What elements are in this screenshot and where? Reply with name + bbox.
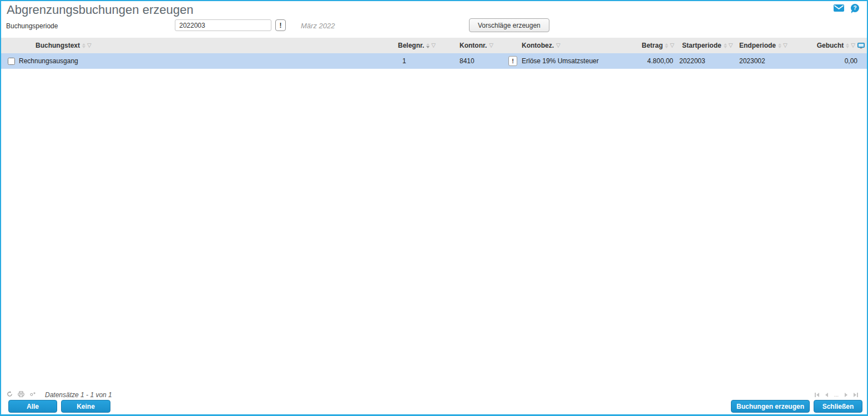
pagination-first-icon[interactable] [815, 393, 819, 397]
pagination-last-icon[interactable] [854, 393, 858, 397]
column-header-endperiode[interactable]: Endperiode ▽ [737, 42, 799, 49]
period-display-text: März 2022 [301, 22, 335, 30]
cell-endperiode: 2023002 [737, 57, 799, 65]
filter-icon[interactable]: ▽ [729, 43, 733, 48]
filter-icon[interactable]: ▽ [670, 43, 674, 48]
table-row[interactable]: Rechnungsausgang 1 8410 ! Erlöse 19% Ums… [1, 53, 867, 69]
cell-value: 4.800,00 [647, 57, 673, 65]
close-button[interactable]: Schließen [814, 400, 862, 413]
cell-value: 8410 [460, 57, 475, 65]
sort-icon[interactable] [82, 43, 85, 48]
create-bookings-button[interactable]: Buchungen erzeugen [731, 400, 810, 413]
cell-value: Erlöse 19% Umsatzsteuer [522, 57, 599, 65]
cell-value: 2023002 [739, 57, 765, 65]
refresh-icon[interactable] [7, 391, 13, 397]
sort-icon[interactable] [778, 43, 781, 48]
row-checkbox[interactable] [8, 58, 15, 65]
filter-icon[interactable]: ▽ [431, 43, 436, 48]
period-label: Buchungsperiode [6, 22, 58, 30]
print-icon[interactable] [18, 391, 24, 397]
cell-startperiode: 2022003 [677, 57, 737, 65]
period-input[interactable] [175, 19, 271, 31]
footer-toolbar [7, 391, 36, 397]
column-label: Startperiode [682, 42, 721, 49]
column-label: Belegnr. [398, 42, 424, 49]
cell-betrag: 4.800,00 [627, 57, 677, 65]
topbar-icons: ? [834, 4, 859, 12]
sort-icon[interactable] [846, 43, 849, 48]
pagination-next-icon[interactable] [845, 393, 847, 397]
generate-suggestions-button[interactable]: Vorschläge erzeugen [469, 18, 549, 32]
page-title: Abgrenzungsbuchungen erzeugen [7, 3, 193, 17]
column-label: Endperiode [739, 42, 776, 49]
column-label: Gebucht [817, 42, 844, 49]
cell-buchungstext: Rechnungsausgang [18, 57, 395, 65]
sort-icon[interactable] [665, 43, 668, 48]
column-label: Betrag [642, 42, 663, 49]
select-none-button[interactable]: Keine [61, 400, 110, 413]
help-icon[interactable]: ? [851, 4, 859, 12]
row-checkbox-cell [1, 58, 18, 65]
dialog-window: Abgrenzungsbuchungen erzeugen ? Buchungs… [0, 0, 868, 416]
period-lookup-button[interactable]: ! [275, 19, 286, 31]
pagination-prev-icon[interactable] [825, 393, 828, 397]
filter-icon[interactable]: ▽ [489, 43, 493, 48]
column-header-kontonr[interactable]: Kontonr. ▽ [457, 42, 507, 49]
column-header-buchungstext[interactable]: Buchungstext ▽ [18, 42, 395, 49]
cell-value: 2022003 [679, 57, 705, 65]
column-label: Buchungstext [36, 42, 80, 49]
filter-icon[interactable]: ▽ [87, 43, 92, 48]
column-label: Kontonr. [460, 42, 487, 49]
cell-kontonr: 8410 [457, 57, 507, 65]
column-header-betrag[interactable]: Betrag ▽ [627, 42, 677, 49]
filter-icon[interactable]: ▽ [556, 43, 561, 48]
account-lookup-button[interactable]: ! [508, 56, 517, 66]
export-icon[interactable] [29, 392, 36, 397]
pagination-ellipsis[interactable]: ... [834, 392, 839, 398]
mail-icon[interactable] [834, 4, 844, 12]
select-all-button[interactable]: Alle [8, 400, 57, 413]
filter-icon[interactable]: ▽ [783, 43, 788, 48]
column-header-gebucht[interactable]: Gebucht ▽ [799, 42, 867, 49]
column-config-icon[interactable] [857, 43, 865, 49]
column-header-startperiode[interactable]: Startperiode ▽ [677, 42, 737, 49]
cell-value: 1 [402, 57, 406, 65]
table-header: Buchungstext ▽ Belegnr. ▽ Kontonr. ▽ Kon… [1, 38, 867, 53]
column-header-belegnr[interactable]: Belegnr. ▽ [395, 42, 457, 49]
cell-value: Rechnungsausgang [19, 57, 78, 65]
cell-belegnr: 1 [395, 57, 457, 65]
column-header-kontobez[interactable]: Kontobez. ▽ [507, 42, 627, 49]
column-label: Kontobez. [522, 42, 554, 49]
sort-icon[interactable] [426, 43, 430, 48]
filter-icon[interactable]: ▽ [851, 43, 855, 48]
pagination: ... [815, 392, 858, 398]
cell-kontobez: ! Erlöse 19% Umsatzsteuer [507, 56, 627, 66]
cell-value: 0,00 [845, 57, 857, 65]
records-count: Datensätze 1 - 1 von 1 [45, 391, 112, 399]
cell-gebucht: 0,00 [799, 57, 867, 65]
sort-icon[interactable] [724, 43, 727, 48]
